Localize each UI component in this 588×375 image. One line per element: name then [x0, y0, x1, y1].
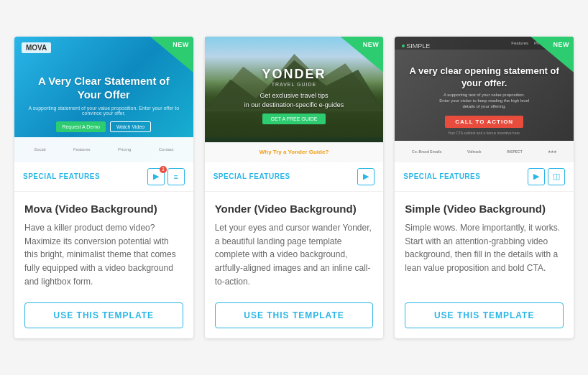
use-template-btn-simple[interactable]: USE THIS TEMPLATE — [405, 302, 564, 328]
card-body-simple: Simple (Video Background) Simple wows. M… — [395, 192, 574, 295]
card-description-yonder: Let your eyes and cursor wander Yonder, … — [215, 221, 374, 288]
card-mova: MOVA A Very Clear Statement of Your Offe… — [14, 37, 193, 338]
play-icon-btn[interactable]: ▶ — [357, 168, 375, 185]
card-description-simple: Simple wows. More importantly, it works.… — [405, 221, 564, 288]
card-image-mova: MOVA A Very Clear Statement of Your Offe… — [14, 37, 193, 162]
play-icon: ▶ — [153, 172, 159, 181]
play-icon: ▶ — [363, 172, 369, 181]
icon-badge: 3 — [160, 166, 167, 173]
card-description-mova: Have a killer product demo video? Maximi… — [24, 221, 183, 288]
use-template-btn-yonder[interactable]: USE THIS TEMPLATE — [215, 302, 374, 328]
list-icon-btn[interactable]: ≡ — [167, 168, 185, 185]
simple-disclaimer: Your CTA subtext and a bonus incentive h… — [448, 131, 520, 135]
card-simple: Features Pricing Contact SIMPLE A very c… — [395, 37, 574, 338]
special-features-row-mova: SPECIAL FEATURES ▶ 3 ≡ — [14, 162, 193, 192]
image-icon-btn[interactable]: ◫ — [548, 168, 565, 185]
special-features-row-simple: SPECIAL FEATURES ▶ ◫ — [395, 162, 574, 192]
simple-cta-btn[interactable]: CALL TO ACTION — [445, 116, 523, 128]
mova-logo: MOVA — [22, 42, 51, 53]
mova-bottom-bar: Social Features Pricing Contact — [14, 137, 193, 162]
simple-headline: A very clear opening statement of your o… — [406, 65, 562, 90]
special-features-label: SPECIAL FEATURES — [403, 172, 480, 180]
features-icons: ▶ 3 ≡ — [147, 168, 185, 185]
card-yonder: YONDER TRAVEL GUIDE Get exclusive travel… — [205, 37, 384, 338]
simple-bottom-bar: Co. Brand Emails Vidtrack INSPECT ★★★ — [395, 141, 574, 162]
card-image-yonder: YONDER TRAVEL GUIDE Get exclusive travel… — [205, 37, 384, 162]
card-title-yonder: Yonder (Video Background) — [215, 202, 374, 216]
card-image-wrapper-simple: Features Pricing Contact SIMPLE A very c… — [395, 37, 574, 162]
play-icon-btn[interactable]: ▶ 3 — [147, 168, 165, 185]
card-title-simple: Simple (Video Background) — [405, 202, 564, 216]
play-icon-btn[interactable]: ▶ — [528, 168, 545, 185]
simple-logo-dot — [402, 45, 405, 47]
simple-logo: SIMPLE — [402, 42, 430, 50]
mova-watch-btn[interactable]: Watch Video — [110, 121, 151, 132]
play-icon: ▶ — [533, 172, 539, 181]
yonder-body: Get exclusive travel tipsin our destinat… — [244, 91, 344, 109]
new-badge-mova: NEW — [150, 37, 193, 73]
image-icon: ◫ — [553, 172, 560, 181]
features-icons: ▶ — [357, 168, 375, 185]
simple-sub: A supporting text of your value proposit… — [439, 92, 529, 110]
yonder-bottom-bar: Why Try a Yonder Guide? — [205, 142, 384, 162]
mova-sub: A supporting statement of your value pro… — [26, 106, 182, 116]
special-features-row-yonder: SPECIAL FEATURES ▶ — [205, 162, 384, 192]
yonder-bottom-text: Why Try a Yonder Guide? — [259, 149, 329, 155]
mova-demo-btn[interactable]: Request A Demo — [56, 121, 106, 132]
special-features-label: SPECIAL FEATURES — [213, 172, 290, 180]
yonder-subtitle: TRAVEL GUIDE — [272, 82, 317, 87]
features-icons: ▶ ◫ — [528, 168, 565, 185]
card-image-wrapper-mova: MOVA A Very Clear Statement of Your Offe… — [14, 37, 193, 162]
card-body-mova: Mova (Video Background) Have a killer pr… — [14, 192, 193, 295]
list-icon: ≡ — [173, 172, 178, 181]
mova-headline: A Very Clear Statement of Your Offer — [26, 74, 182, 102]
cards-container: MOVA A Very Clear Statement of Your Offe… — [0, 22, 588, 353]
use-template-btn-mova[interactable]: USE THIS TEMPLATE — [24, 302, 183, 328]
card-body-yonder: Yonder (Video Background) Let your eyes … — [205, 192, 384, 295]
yonder-title: YONDER — [262, 67, 326, 82]
card-image-simple: Features Pricing Contact SIMPLE A very c… — [395, 37, 574, 162]
yonder-cta-btn[interactable]: GET A FREE GUIDE — [262, 114, 326, 124]
special-features-label: SPECIAL FEATURES — [23, 172, 100, 180]
card-title-mova: Mova (Video Background) — [24, 202, 183, 216]
card-image-wrapper-yonder: YONDER TRAVEL GUIDE Get exclusive travel… — [205, 37, 384, 162]
